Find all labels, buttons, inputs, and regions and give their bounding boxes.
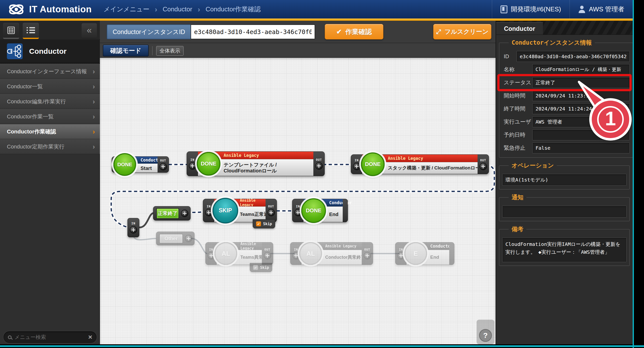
connector-icon [185,235,192,242]
condition-success-node[interactable]: 正常終了 [153,206,190,220]
list-icon [27,27,35,34]
condition-label: 正常終了 [156,208,179,219]
sidebar-item-conductor-periodic[interactable]: Conductor定期作業実行 › [0,139,100,154]
connector-icon [315,162,323,170]
field-row-exec-user: 実行ユーザ AWS 管理者 [502,116,630,127]
sidebar-tabs: « [0,21,100,40]
sidebar: « S Conductor Conductorインターフェース情報 [0,21,100,344]
main-area: ConductorインスタンスID ✔ 作業確認 ⤢ フルスクリーン 確認モード… [100,21,496,344]
chevron-right-icon: › [198,5,200,14]
instance-toolbar: ConductorインスタンスID ✔ 作業確認 ⤢ フルスクリーン [100,21,496,43]
remarks-value: CloudFormation実行用IAMロールの構築・更新を実行します。 ◆実行… [502,238,626,262]
out-port: OUT [362,242,373,265]
sidebar-collapse-button[interactable]: « [82,23,97,38]
environment-selector[interactable]: 開発環境#6(NES) [492,0,570,18]
help-button[interactable]: ? [479,329,492,342]
sidebar-item-conductor-work-list[interactable]: Conductor作業一覧 › [0,109,100,124]
chevron-double-left-icon: « [87,25,92,36]
connector-icon [264,252,271,260]
sidebar-panel-title: S Conductor [0,40,100,64]
grid-icon [8,27,15,34]
field-value-exec-user: AWS 管理者 [532,116,630,127]
fullscreen-button[interactable]: ⤢ フルスクリーン [433,24,492,40]
field-value-id: e3c480ad-3d10-4ed3-aeab-346c70f05342 [516,51,630,62]
tab-conductor[interactable]: Conductor [496,22,543,34]
connector-icon [292,252,300,260]
connector-icon [268,209,275,216]
user-menu[interactable]: AWS 管理者 [570,0,633,18]
info-panel-tabs: Conductor [496,21,633,35]
clear-search-icon[interactable]: × [88,334,92,340]
breadcrumb-conductor[interactable]: Conductor [163,6,192,13]
header-accent-bar [0,18,633,21]
instance-id-input[interactable] [190,24,315,39]
status-badge: DONE [114,153,136,176]
question-mark-icon: ? [483,331,488,340]
info-panel: Conductor Conductorインスタンス情報 ID e3c480ad-… [496,21,633,344]
status-badge: DONE [197,152,220,176]
skip-flag[interactable]: ✔ Skip [253,219,275,228]
environment-label: 開発環境#6(NES) [511,5,561,14]
sidebar-item-conductor-interface[interactable]: Conductorインターフェース情報 › [0,64,100,79]
app-logo[interactable]: IT Automation [0,3,104,16]
node-end-success[interactable]: IN Conductor End DONE [292,199,348,222]
connector-icon [480,163,487,170]
field-value-start-time: 2024/09/24 11:23:12 [532,90,630,101]
user-icon [578,6,586,13]
sidebar-item-conductor-list[interactable]: Conductor一覧 › [0,79,100,94]
instance-info-section: Conductorインスタンス情報 ID e3c480ad-3d10-4ed3-… [499,39,633,158]
sidebar-item-conductor-work-confirm[interactable]: Conductor作業確認 › [0,124,100,139]
condition-other-node: Other [156,232,194,246]
status-badge: AL [299,242,322,265]
status-badge: E [404,242,427,265]
field-row-end-time: 終了時間 2024/09/24 11:24:24 [502,103,630,114]
sidebar-item-conductor-edit[interactable]: Conductor編集/作業実行 › [0,94,100,109]
field-value-status: 正常終了 [532,77,630,88]
condition-label: Other [159,234,183,244]
node-start[interactable]: Conductor Start OUT DONE [112,156,169,173]
node-stack-build[interactable]: IN Ansible Legacy スタック構築・更新 / CloudForma… [351,154,489,174]
workflow-canvas[interactable]: Conductor Start OUT DONE IN Ansible Lega… [100,58,496,344]
notification-value [502,206,626,218]
node-edge [449,242,454,265]
connector-icon [398,252,405,260]
field-row-status: ステータス 正常終了 [502,77,630,88]
section-title: Conductorインスタンス情報 [509,39,595,46]
work-confirm-button[interactable]: ✔ 作業確認 [325,24,384,40]
mode-toolbar: 確認モード 全体表示 [100,44,496,58]
connector-icon [205,209,212,216]
svg-text:S: S [10,50,12,53]
chevron-right-icon: › [93,113,95,120]
chevron-right-icon: › [93,98,95,106]
window-border-bottom [0,345,644,347]
node-teams-success-notify[interactable]: IN Ansible Legacy Teams正常通知 OUT SKIP [203,199,277,222]
breadcrumb-main-menu[interactable]: メインメニュー [104,5,150,14]
node-teams-error-notify: IN Ansible Legacy Teams異常通知 OUT AL [206,242,273,265]
workspace-icon [500,6,508,13]
connector-icon [189,162,196,170]
tab-menu-grid[interactable] [3,23,19,39]
branch-in-junction[interactable]: IN [128,218,139,237]
header: IT Automation メインメニュー › Conductor › Cond… [0,0,633,18]
app-title: IT Automation [29,4,92,14]
logo-icon [8,3,25,16]
field-value-end-time: 2024/09/24 11:24:24 [532,103,630,114]
fit-view-button[interactable]: 全体表示 [156,46,184,56]
instance-id-group: ConductorインスタンスID [107,24,315,39]
field-row-emergency-stop: 緊急停止 False [502,142,630,154]
connector-icon [181,210,188,217]
chevron-right-icon: › [93,68,95,76]
tab-menu-list[interactable] [23,23,39,39]
chevron-right-icon: › [93,82,95,90]
menu-search-input[interactable] [14,334,85,340]
status-badge: DONE [361,152,384,176]
remarks-section: 備考 CloudFormation実行用IAMロールの構築・更新を実行します。 … [499,225,630,266]
field-row-schedule: 予約日時 [502,130,630,140]
out-port: OUT [266,199,277,222]
node-template-file[interactable]: IN Ansible Legacy テンプレートファイル / CloudForm… [187,152,325,176]
confirm-mode-button[interactable]: 確認モード [103,45,149,56]
instance-id-label: ConductorインスタンスID [107,24,190,39]
node-edge [343,199,348,222]
connector-icon [160,163,167,170]
section-title: 備考 [509,225,526,233]
